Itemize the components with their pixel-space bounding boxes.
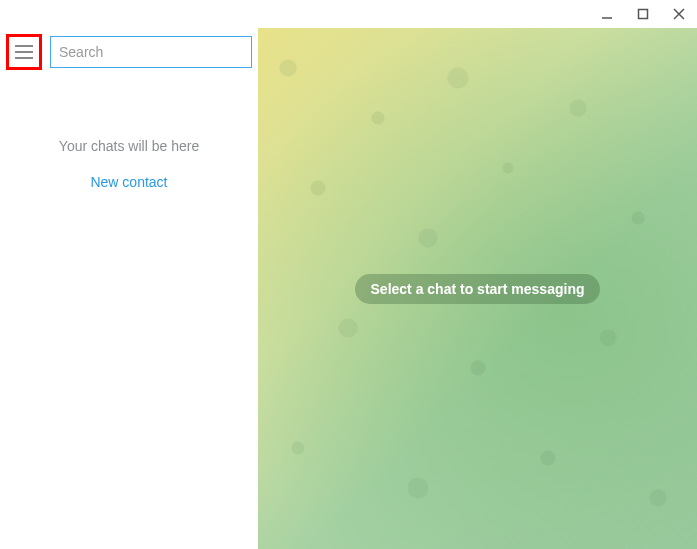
sidebar-header — [0, 28, 258, 76]
minimize-button[interactable] — [595, 2, 619, 26]
hamburger-icon — [14, 44, 34, 60]
maximize-button[interactable] — [631, 2, 655, 26]
app-container: Your chats will be here New contact Sele… — [0, 28, 697, 549]
svg-rect-1 — [639, 10, 648, 19]
sidebar: Your chats will be here New contact — [0, 28, 258, 549]
empty-chats-message: Your chats will be here — [0, 138, 258, 154]
new-contact-link[interactable]: New contact — [90, 174, 167, 190]
menu-button[interactable] — [6, 34, 42, 70]
titlebar — [0, 0, 697, 28]
close-button[interactable] — [667, 2, 691, 26]
chat-placeholder-pill: Select a chat to start messaging — [355, 274, 601, 304]
empty-chats-state: Your chats will be here New contact — [0, 138, 258, 191]
search-input[interactable] — [59, 44, 243, 60]
chat-area: Select a chat to start messaging — [258, 28, 697, 549]
search-container[interactable] — [50, 36, 252, 68]
